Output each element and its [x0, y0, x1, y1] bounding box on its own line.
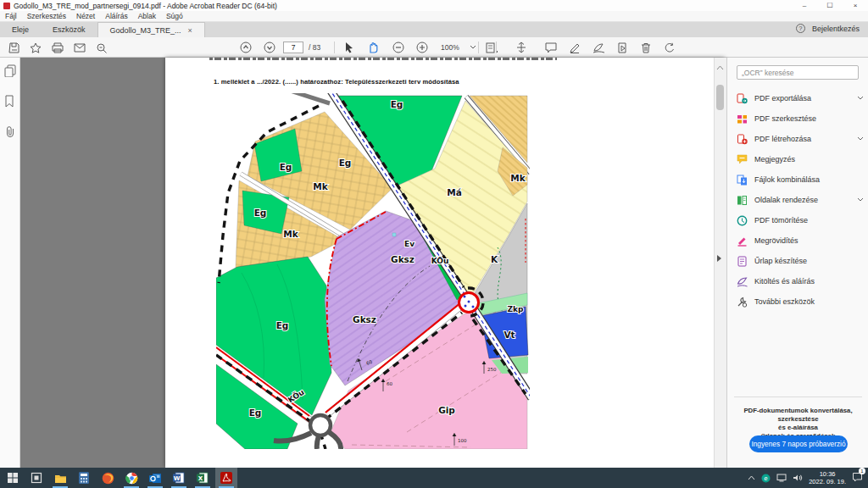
ocr-search-input[interactable] [737, 65, 859, 80]
menu-file[interactable]: Fájl [5, 12, 17, 20]
tool-label: PDF exportálása [754, 94, 811, 103]
organize-pages-icon [737, 195, 748, 206]
chrome-icon[interactable] [120, 468, 142, 488]
page-number-input[interactable]: 7 [283, 42, 303, 53]
file-explorer-icon[interactable] [49, 468, 71, 488]
maximize-button[interactable]: ☐ [817, 0, 843, 11]
zoom-out-icon[interactable] [390, 40, 407, 55]
save-icon[interactable] [5, 40, 22, 55]
start-button[interactable] [2, 468, 24, 488]
chevron-down-icon[interactable] [857, 135, 864, 143]
previous-page-icon[interactable] [237, 40, 254, 55]
scroll-up-icon[interactable] [716, 59, 724, 75]
dim-60b: 60 [387, 381, 392, 386]
tool-comment[interactable]: Megjegyzés [737, 151, 862, 168]
tool-organize-pages[interactable]: Oldalak rendezése [737, 191, 862, 208]
tool-label: Megjegyzés [754, 155, 795, 164]
tab-document[interactable]: Godollo_M3_TRE_... × [97, 22, 205, 37]
tool-label: Fájlok kombinálása [754, 175, 820, 184]
tool-label: További eszközök [754, 297, 815, 306]
next-page-icon[interactable] [261, 40, 278, 55]
select-tool-icon[interactable] [341, 40, 358, 55]
word-icon[interactable]: W [168, 468, 190, 488]
menu-help[interactable]: Súgó [166, 12, 183, 20]
title-bar: Godollo_M3_TRE_mod_partnersegi_0914.pdf … [0, 0, 868, 11]
label-gksz-lower: Gksz [353, 314, 376, 324]
tool-create-pdf[interactable]: PDF létrehozása [737, 130, 862, 147]
tool-label: PDF tömörítése [754, 216, 808, 225]
desktop: Godollo_M3_TRE_mod_partnersegi_0914.pdf … [0, 0, 868, 488]
chevron-down-icon[interactable] [857, 94, 864, 103]
delete-pages-icon[interactable] [637, 40, 654, 55]
svg-text:X: X [198, 475, 203, 482]
fill-sign-pen-icon [737, 276, 748, 287]
panel-divider [734, 396, 862, 397]
star-icon[interactable] [27, 40, 44, 55]
tray-app-icon[interactable]: e [761, 474, 771, 483]
outlook-icon[interactable] [144, 468, 166, 488]
rotate-icon[interactable] [661, 40, 678, 55]
help-icon[interactable]: ? [796, 24, 805, 33]
tool-redact[interactable]: Megrövidítés [737, 232, 862, 249]
tool-compress-pdf[interactable]: PDF tömörítése [737, 212, 862, 229]
tool-fill-sign[interactable]: Kitöltés és aláírás [737, 273, 862, 290]
zoom-level[interactable]: 100% [441, 43, 459, 52]
print-icon[interactable] [49, 40, 66, 55]
combine-files-icon [737, 175, 748, 186]
dim-250: 250 [487, 367, 497, 372]
close-button[interactable]: × [843, 0, 868, 11]
menu-sign[interactable]: Aláírás [105, 12, 127, 20]
email-icon[interactable] [71, 40, 88, 55]
minimize-button[interactable]: – [792, 0, 817, 11]
tool-prepare-form[interactable]: Űrlap készítése [737, 252, 862, 269]
tab-close-icon[interactable]: × [188, 26, 192, 35]
chevron-down-icon[interactable] [857, 196, 864, 204]
scrolling-mode-icon[interactable] [513, 40, 530, 55]
sign-in-link[interactable]: Bejelentkezés [812, 25, 860, 33]
task-view-button[interactable] [25, 468, 47, 488]
taskbar-clock[interactable]: 10:36 2022. 09. 19. [809, 470, 846, 485]
acrobat-taskbar-icon[interactable] [215, 468, 237, 488]
free-trial-button[interactable]: Ingyenes 7 napos próbaverzió [749, 435, 848, 452]
zoom-caret-icon[interactable] [465, 40, 481, 55]
label-eg-top: Eg [391, 99, 403, 109]
bookmarks-icon[interactable] [4, 95, 14, 111]
tab-home[interactable]: Eleje [0, 22, 41, 37]
network-icon[interactable] [776, 474, 787, 482]
zoom-in-icon[interactable] [414, 40, 431, 55]
menu-view[interactable]: Nézet [76, 12, 95, 20]
volume-icon[interactable] [793, 474, 803, 482]
export-page-icon[interactable] [614, 40, 631, 55]
fit-page-icon[interactable] [483, 40, 500, 55]
sign-pen-icon[interactable] [590, 40, 607, 55]
label-kou-upper: KÖu [431, 257, 449, 265]
dim-100: 100 [458, 438, 467, 443]
page-thumbnails-icon[interactable] [4, 64, 16, 80]
label-mk-right: Mk [510, 173, 526, 183]
comment-icon[interactable] [542, 40, 559, 55]
tab-tools[interactable]: Eszközök [41, 22, 97, 37]
menu-window[interactable]: Ablak [138, 12, 156, 20]
firefox-icon[interactable] [97, 468, 119, 488]
menu-edit[interactable]: Szerkesztés [27, 12, 66, 20]
attachments-icon[interactable] [4, 125, 15, 141]
highlight-pencil-icon[interactable] [566, 40, 583, 55]
clipped-header-text [209, 58, 557, 60]
notification-center[interactable]: 1 [852, 470, 863, 485]
hand-tool-icon[interactable] [364, 40, 381, 55]
tray-expand-icon[interactable] [748, 475, 755, 480]
tool-label: Űrlap készítése [754, 257, 807, 265]
label-ev: Ev [404, 240, 415, 248]
search-icon[interactable] [93, 40, 110, 55]
panel-collapse-icon[interactable] [716, 254, 722, 264]
tool-edit-pdf[interactable]: PDF szerkesztése [737, 110, 862, 127]
tool-export-pdf[interactable]: PDF exportálása [737, 90, 862, 107]
excel-icon[interactable]: X [192, 468, 214, 488]
scrollbar-thumb[interactable] [716, 85, 724, 110]
compress-pdf-icon [737, 215, 748, 226]
more-tools-icon [737, 297, 748, 308]
create-pdf-icon [737, 134, 748, 145]
tool-more-tools[interactable]: További eszközök [737, 293, 862, 310]
tool-combine-files[interactable]: Fájlok kombinálása [737, 171, 862, 188]
calculator-icon[interactable] [73, 468, 95, 488]
